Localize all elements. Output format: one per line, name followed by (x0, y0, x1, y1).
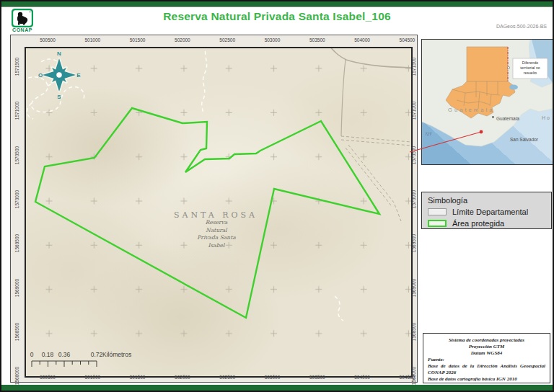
northing-label-left: 1569500 (14, 229, 19, 258)
legend-box: Simbología Límite Departamental Área pro… (421, 192, 552, 229)
easting-label-bottom: 503500 (303, 375, 332, 380)
document-code: DAGeos-500-2026-BS (496, 24, 547, 29)
easting-label-top: 504500 (392, 37, 421, 43)
datum-line: Datum WGS84 (428, 350, 545, 357)
scale-label-036: 0.36 (58, 351, 71, 358)
inset-grid-zone-label: 72T (425, 132, 432, 136)
scale-bar: 0 0.18 0.36 0.72 Kilómetros (27, 351, 154, 371)
northing-label-right: 1570000 (411, 184, 416, 213)
inset-note-marker (507, 66, 509, 68)
northing-label-right: 1570500 (411, 141, 416, 169)
source-title: Fuente: (428, 357, 545, 363)
easting-label-top: 503500 (303, 37, 332, 43)
northing-label-right: 1568000 (411, 362, 416, 391)
inset-city-marker (492, 116, 494, 118)
scale-label-018: 0.18 (42, 351, 54, 358)
departmental-boundary-swatch (428, 208, 447, 215)
scale-ticks (27, 360, 107, 368)
legend-item-departmental: Límite Departamental (428, 208, 551, 216)
northing-label-left: 1570500 (14, 141, 19, 169)
inset-san-salvador-label: San Salvador (510, 137, 539, 142)
reserve-line-3: Privada Santa (173, 234, 260, 242)
legend-title: Simbología (428, 196, 551, 205)
northing-label-left: 1569000 (14, 273, 19, 302)
compass-south-label: S (57, 94, 61, 100)
inset-lake-izabal (509, 85, 518, 90)
northing-label-right: 1568500 (411, 317, 416, 346)
scale-unit-label: Kilómetros (102, 351, 131, 358)
conap-logo: ® (12, 9, 33, 27)
inset-note-line-3: resuelto (524, 71, 537, 75)
reserve-line-2: Natural (173, 227, 260, 235)
inset-locator-map: Diferendo territorial no resuelto G u a … (421, 39, 553, 165)
easting-label-top: 500500 (33, 37, 62, 43)
easting-label-top: 503000 (258, 37, 287, 43)
northing-label-right: 1569000 (411, 273, 416, 302)
source-line-2: Base de datos cartografía básica IGN 201… (428, 376, 545, 383)
inset-capital-label: Guatemala (496, 116, 519, 121)
legend-item-protected: Área protegida (428, 219, 551, 228)
northing-label-right: 1569500 (411, 229, 416, 258)
northing-label-right: 1571500 (411, 53, 416, 81)
easting-label-top: 502000 (168, 37, 197, 43)
inset-country-label: G u a t e m a l a (448, 107, 493, 113)
top-green-band (1, 1, 553, 7)
registered-mark: ® (29, 10, 31, 14)
easting-label-top: 502500 (213, 37, 242, 43)
crs-line: Sistema de coordenadas proyectadas (428, 337, 545, 344)
reserve-line-1: Reserva (173, 219, 260, 227)
conap-logo-text: CONAP (9, 27, 36, 32)
map-canvas: SANTA ROSA Reserva Natural Privada Santa… (25, 47, 413, 378)
compass-east-label: E (76, 72, 81, 79)
easting-label-bottom: 504500 (392, 375, 421, 380)
compass-west-label: O (38, 72, 43, 79)
easting-label-bottom: 503000 (258, 375, 287, 380)
source-line-1: Base de datos de la Dirección Análisis G… (428, 363, 545, 376)
compass-rose: N E S O (38, 50, 82, 100)
northing-label-left: 1568000 (14, 362, 19, 391)
easting-label-bottom: 500500 (33, 375, 62, 380)
easting-label-top: 501000 (78, 37, 107, 43)
projection-line: Proyección GTM (428, 344, 545, 350)
northing-label-left: 1571500 (14, 53, 19, 81)
easting-label-bottom: 504000 (348, 375, 377, 380)
legend-item-label: Límite Departamental (452, 208, 528, 216)
easting-label-bottom: 502000 (168, 375, 197, 380)
page-title: Reserva Natural Privada Santa Isabel_106 (72, 10, 482, 23)
scale-label-0: 0 (30, 351, 34, 358)
easting-label-top: 504000 (348, 37, 377, 43)
bottom-green-band (1, 385, 553, 391)
northing-label-left: 1570000 (14, 184, 19, 213)
protected-area-swatch (428, 220, 447, 227)
easting-label-bottom: 501000 (78, 375, 107, 380)
reserve-name-label: Reserva Natural Privada Santa Isabel (173, 219, 260, 249)
easting-label-top: 501500 (123, 37, 152, 43)
scale-label-072: 0.72 (91, 351, 103, 358)
northing-label-left: 1568500 (14, 317, 19, 346)
compass-star (43, 58, 76, 92)
map-frame: SANTA ROSA Reserva Natural Privada Santa… (10, 35, 418, 383)
credits-box: Sistema de coordenadas proyectadas Proye… (423, 333, 550, 383)
inset-note-line-2: territorial no (520, 66, 540, 70)
inset-note-line-1: Diferendo (522, 61, 539, 65)
inset-honduras-fragment: H o (542, 115, 550, 120)
northing-label-left: 1571000 (14, 97, 19, 125)
compass-north-label: N (57, 50, 61, 57)
easting-label-bottom: 501500 (123, 375, 152, 380)
reserve-line-4: Isabel (173, 242, 260, 250)
legend-item-label: Área protegida (452, 219, 504, 228)
northing-label-right: 1571000 (411, 97, 416, 125)
easting-label-bottom: 502500 (213, 375, 242, 380)
